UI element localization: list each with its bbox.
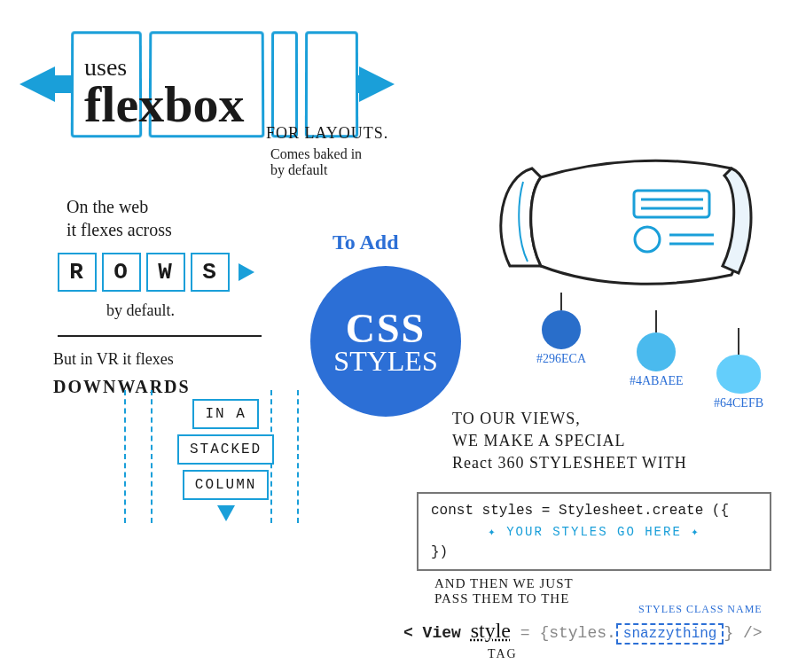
flexbox-title: uses flexbox [84,53,244,134]
row-letter: R [58,253,97,292]
pass-them-text: and THEN WE JUST PASS THEM TO THE [434,576,574,606]
color-swatch: #296ECA [536,293,586,366]
row-letter: O [102,253,141,292]
swatch-hex: #4ABAEE [630,374,684,388]
code-placeholder: YOUR STYLES GO HERE [431,519,757,544]
rows-letter-boxes: R O W S [58,253,254,292]
flex-arrow-left-icon [20,66,77,102]
column-guide-line [151,390,153,523]
for-layouts-label: FOR LAYOUTS. [266,124,388,143]
code-open: const styles = Stylesheet.create ({ [431,503,757,519]
stylesheet-code-box: const styles = Stylesheet.create ({ YOUR… [417,492,771,571]
column-stack: IN A STACKED COLUMN [177,399,274,521]
column-word: STACKED [177,434,274,465]
row-letter: W [146,253,185,292]
to-add-label: To Add [332,231,399,254]
swatch-hex: #64CEFB [714,396,763,410]
code-close: }) [431,544,757,560]
pass-line: PASS THEM TO THE [434,591,574,606]
view-open: < View [403,624,461,642]
vr-intro-label: But in VR it flexes [53,350,174,369]
curved-panel-illustration [492,142,758,301]
expr-open: {styles. [539,624,615,642]
style-attr-word: style [471,619,511,642]
web-flex-intro: On the web it flexes across [66,195,172,241]
expr-close: } /> [724,624,762,642]
views-line: WE MAKE A SPECIAL [452,430,687,452]
swatch-hex: #296ECA [536,352,586,366]
views-line: TO OUR VIEWS, [452,408,687,430]
styles-word: STYLES [333,345,437,378]
views-line: React 360 STYLESHEET WITH [452,452,687,474]
downwards-label: DOWNWARDS [53,377,191,397]
flexbox-word: flexbox [84,74,244,134]
column-guide-line [297,390,299,523]
color-swatch: #64CEFB [714,328,763,410]
flex-panel [271,31,298,137]
baked-in-label: Comes baked in by default [270,146,362,178]
color-swatch: #4ABAEE [630,310,684,388]
column-arrow-icon [217,505,235,521]
row-arrow-icon [239,263,254,281]
tag-pointer-label: TAG [488,647,518,661]
view-tag-code: < View style = {styles.snazzything} /> [403,619,763,643]
column-guide-line [124,390,126,523]
pass-line: and THEN WE JUST [434,576,574,591]
column-word: IN A [192,399,258,429]
section-divider [58,335,262,337]
row-letter: S [191,253,230,292]
to-our-views-text: TO OUR VIEWS, WE MAKE A SPECIAL React 36… [452,408,687,475]
equals: = [520,624,530,642]
snazzy-class: snazzything [616,623,724,645]
flex-panel [305,31,358,137]
column-word: COLUMN [183,470,270,500]
by-default-label: by default. [106,301,175,320]
class-name-pointer-label: STYLES CLASS NAME [638,603,763,616]
css-styles-circle: CSS STYLES [310,266,461,417]
